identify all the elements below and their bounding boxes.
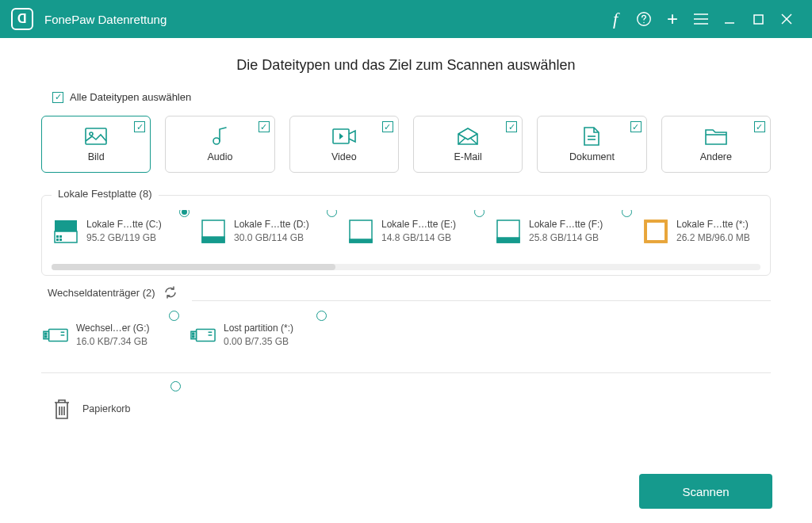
trash-icon — [52, 398, 71, 420]
svg-rect-28 — [645, 220, 667, 242]
drive-size: 95.2 GB/119 GB — [86, 231, 162, 245]
recycle-label: Papierkorb — [82, 403, 130, 414]
minimize-icon[interactable] — [715, 0, 744, 38]
add-icon[interactable]: + — [658, 0, 687, 38]
radio-icon — [179, 210, 190, 217]
drive-name: Lost partition (*:) — [224, 322, 293, 335]
filetype-label: Andere — [700, 151, 732, 162]
drive-icon — [201, 219, 226, 244]
svg-point-10 — [90, 132, 93, 136]
drive-g[interactable]: Wechsel…er (G:) 16.0 KB/7.34 GB — [41, 314, 182, 357]
drive-icon — [496, 219, 521, 244]
drive-size: 25.8 GB/114 GB — [529, 231, 603, 245]
recycle-bin[interactable]: Papierkorb — [41, 387, 184, 430]
svg-rect-40 — [197, 329, 216, 341]
document-icon — [584, 126, 599, 147]
svg-rect-20 — [56, 239, 59, 241]
video-icon — [332, 126, 356, 147]
drive-name: Lokale F…tte (E:) — [381, 218, 456, 231]
drive-c[interactable]: Lokale F…tte (C:) 95.2 GB/119 GB — [52, 210, 193, 253]
filetype-label: Audio — [208, 151, 233, 162]
drive-lost-partition[interactable]: Lost partition (*:) 0.00 B/7.35 GB — [189, 314, 330, 357]
filetype-card-audio[interactable]: Audio — [165, 116, 274, 173]
filetype-card-image[interactable]: Bild — [41, 116, 151, 173]
image-icon — [85, 126, 107, 147]
svg-rect-31 — [665, 220, 667, 242]
close-icon[interactable] — [772, 0, 801, 38]
drive-name: Lokale F…tte (C:) — [86, 218, 162, 231]
local-disk-section: Lokale Festplatte (8) Lokale F…tte (C:) … — [41, 195, 771, 276]
filetype-label: Dokument — [569, 151, 615, 162]
folder-icon — [705, 126, 727, 147]
filetype-card-document[interactable]: Dokument — [537, 116, 646, 173]
drive-size: 14.8 GB/114 GB — [381, 231, 456, 245]
filetype-row: Bild Audio Video E-Mail — [41, 116, 771, 173]
svg-rect-19 — [59, 235, 62, 238]
drive-name: Lokale F…tte (F:) — [529, 218, 603, 231]
svg-rect-32 — [645, 220, 667, 223]
scan-button[interactable]: Scannen — [639, 474, 772, 509]
filetype-label: Video — [331, 151, 357, 162]
page-heading: Die Dateitypen und das Ziel zum Scannen … — [41, 57, 771, 74]
svg-rect-29 — [645, 220, 667, 242]
filetype-card-email[interactable]: E-Mail — [413, 116, 523, 173]
local-drive-row: Lokale F…tte (C:) 95.2 GB/119 GB Lokale … — [52, 210, 760, 253]
usb-drive-icon — [190, 323, 216, 348]
filetype-label: E-Mail — [454, 151, 481, 162]
svg-point-1 — [643, 22, 644, 23]
help-icon[interactable] — [630, 0, 658, 38]
select-all-label: Alle Dateitypen auswählen — [70, 91, 191, 103]
svg-rect-25 — [350, 239, 372, 242]
usb-drive-icon — [43, 323, 68, 348]
svg-rect-18 — [56, 235, 59, 238]
refresh-icon[interactable] — [163, 285, 178, 300]
drive-icon-warning — [643, 219, 668, 244]
checkbox-icon — [506, 121, 517, 132]
drive-icon — [348, 219, 373, 244]
checkbox-icon — [52, 92, 63, 103]
audio-icon — [210, 126, 229, 147]
drive-name: Lokale F…tte (*:) — [676, 218, 750, 231]
svg-rect-6 — [754, 15, 763, 24]
removable-title: Wechseldatenträger (2) — [48, 287, 155, 299]
radio-icon — [474, 210, 485, 217]
svg-rect-30 — [645, 220, 647, 242]
drive-size: 0.00 B/7.35 GB — [224, 335, 293, 349]
radio-icon — [169, 311, 179, 321]
windows-drive-icon — [53, 219, 79, 244]
svg-rect-9 — [86, 128, 106, 144]
svg-rect-37 — [45, 336, 47, 338]
app-title: FonePaw Datenrettung — [44, 13, 167, 26]
svg-rect-33 — [645, 240, 667, 242]
drive-f[interactable]: Lokale F…tte (F:) 25.8 GB/114 GB — [494, 210, 635, 253]
drive-star[interactable]: Lokale F…tte (*:) 26.2 MB/96.0 MB — [642, 210, 760, 253]
menu-icon[interactable] — [687, 0, 715, 38]
drive-size: 26.2 MB/96.0 MB — [676, 231, 750, 245]
svg-rect-21 — [59, 239, 62, 241]
drive-d[interactable]: Lokale F…tte (D:) 30.0 GB/114 GB — [199, 210, 340, 253]
drive-name: Lokale F…tte (D:) — [234, 218, 309, 231]
removable-drive-row: Wechsel…er (G:) 16.0 KB/7.34 GB Lost par… — [41, 307, 771, 357]
checkbox-icon — [754, 121, 765, 132]
svg-rect-36 — [45, 333, 47, 334]
checkbox-icon — [134, 121, 145, 132]
svg-rect-42 — [193, 333, 194, 334]
checkbox-icon — [382, 121, 393, 132]
scrollbar[interactable] — [52, 264, 760, 270]
filetype-card-video[interactable]: Video — [289, 116, 399, 173]
svg-rect-34 — [49, 329, 68, 341]
removable-section: Wechseldatenträger (2) Wechsel…er (G:) 1… — [41, 293, 771, 361]
email-icon — [458, 126, 478, 147]
select-all-filetypes[interactable]: Alle Dateitypen auswählen — [41, 91, 771, 103]
facebook-icon[interactable]: f — [601, 0, 630, 38]
section-legend: Lokale Festplatte (8) — [52, 188, 159, 200]
app-logo-icon: D — [11, 8, 33, 30]
maximize-icon[interactable] — [744, 0, 772, 38]
drive-e[interactable]: Lokale F…tte (E:) 14.8 GB/114 GB — [347, 210, 488, 253]
titlebar: D FonePaw Datenrettung f + — [0, 0, 812, 38]
svg-rect-27 — [497, 238, 519, 242]
svg-rect-43 — [193, 336, 194, 338]
svg-point-11 — [213, 138, 220, 144]
filetype-card-other[interactable]: Andere — [661, 116, 771, 173]
radio-icon — [622, 210, 632, 217]
